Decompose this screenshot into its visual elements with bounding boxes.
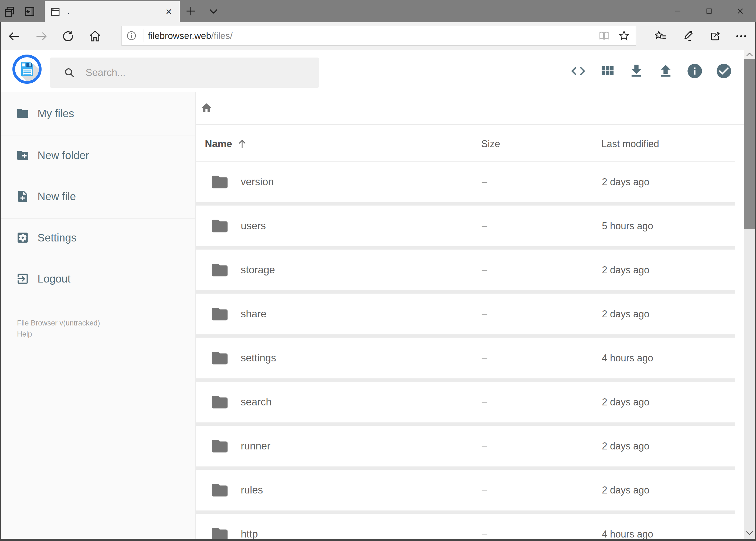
file-name: settings	[241, 352, 482, 364]
folder-icon	[210, 305, 241, 323]
scroll-down-button[interactable]	[744, 528, 755, 538]
close-window-button[interactable]	[725, 0, 756, 22]
table-row[interactable]: share – 2 days ago	[196, 293, 735, 334]
file-name: version	[241, 176, 482, 188]
file-size: –	[482, 529, 602, 539]
grid-view-icon	[599, 63, 616, 79]
sidebar-item-label: New file	[38, 191, 76, 203]
file-listing-panel: Name Size Last modified version – 2 days…	[195, 92, 744, 539]
file-size: –	[482, 485, 602, 496]
reading-view-button[interactable]	[594, 29, 614, 42]
sidebar-item-new-folder[interactable]: New folder	[1, 142, 195, 168]
table-row[interactable]: runner – 2 days ago	[196, 426, 735, 466]
navigation-bar: filebrowser.web/files/	[0, 22, 756, 50]
file-name: users	[241, 220, 482, 232]
file-size: –	[482, 176, 602, 188]
sidebar-item-label: New folder	[38, 149, 89, 162]
new-tab-button[interactable]	[184, 4, 197, 18]
table-row[interactable]: rules – 2 days ago	[196, 470, 735, 510]
table-row[interactable]: users – 5 hours ago	[196, 206, 735, 246]
scroll-up-button[interactable]	[744, 50, 755, 59]
search-input[interactable]	[85, 67, 291, 79]
logout-icon	[16, 272, 29, 285]
titlebar: . ✕	[0, 0, 756, 22]
sidebar-item-logout[interactable]: Logout	[1, 266, 195, 292]
set-tabs-aside-button[interactable]	[23, 5, 37, 18]
more-dots-icon	[734, 29, 748, 43]
forward-arrow-icon	[35, 29, 48, 43]
tab-list-button[interactable]	[207, 4, 220, 18]
table-row[interactable]: storage – 2 days ago	[196, 250, 735, 290]
sidebar-item-label: Settings	[38, 232, 77, 244]
sidebar-item-settings[interactable]: Settings	[1, 225, 195, 251]
address-bar[interactable]: filebrowser.web/files/	[122, 26, 636, 46]
browser-tab[interactable]: . ✕	[45, 1, 180, 22]
web-notes-button[interactable]	[677, 22, 700, 50]
page-scrollbar[interactable]	[744, 50, 755, 539]
table-row[interactable]: version – 2 days ago	[196, 162, 735, 202]
grid-view-button[interactable]	[599, 62, 616, 80]
file-name: rules	[241, 484, 482, 496]
add-favorite-button[interactable]	[614, 29, 635, 42]
folder-icon	[210, 525, 241, 539]
refresh-icon	[61, 29, 75, 43]
forward-button[interactable]	[30, 22, 54, 50]
tab-close-button[interactable]: ✕	[163, 7, 175, 16]
minimize-button[interactable]	[662, 0, 693, 22]
window-border-bottom	[0, 539, 756, 541]
download-button[interactable]	[628, 62, 645, 80]
switch-view-code-button[interactable]	[569, 62, 587, 80]
home-breadcrumb-icon	[200, 102, 213, 114]
sidebar: My files New folder New file Settings	[1, 92, 195, 539]
favorites-hub-button[interactable]	[648, 22, 672, 50]
back-button[interactable]	[2, 22, 26, 50]
back-arrow-icon	[7, 29, 21, 43]
download-icon	[628, 63, 645, 79]
column-header-size[interactable]: Size	[481, 138, 601, 150]
table-row[interactable]: http – 4 hours ago	[196, 514, 735, 539]
file-modified: 2 days ago	[602, 440, 735, 452]
table-row[interactable]: search – 2 days ago	[196, 382, 735, 422]
home-button[interactable]	[83, 22, 107, 50]
column-header-modified[interactable]: Last modified	[601, 138, 735, 150]
tab-title: .	[68, 8, 163, 16]
code-icon	[570, 63, 587, 79]
table-row[interactable]: settings – 4 hours ago	[196, 337, 735, 378]
minimize-icon	[674, 7, 681, 15]
sidebar-item-new-file[interactable]: New file	[1, 184, 195, 209]
pen-icon	[682, 29, 695, 43]
info-outline-icon	[126, 30, 137, 41]
breadcrumb-divider	[196, 124, 744, 125]
scrollbar-thumb[interactable]	[744, 59, 755, 229]
maximize-button[interactable]	[693, 0, 725, 22]
check-circle-icon	[715, 62, 732, 80]
column-header-name[interactable]: Name	[205, 138, 481, 150]
set-tabs-aside-icon	[24, 5, 36, 18]
select-multiple-button[interactable]	[715, 62, 733, 80]
close-icon	[736, 7, 744, 15]
settings-more-button[interactable]	[729, 22, 753, 50]
refresh-button[interactable]	[56, 22, 80, 50]
favorites-list-icon	[654, 29, 667, 43]
share-button[interactable]	[703, 22, 727, 50]
sidebar-item-label: Logout	[38, 273, 71, 285]
plus-icon	[185, 5, 196, 17]
info-icon	[686, 62, 703, 80]
sidebar-item-my-files[interactable]: My files	[1, 101, 195, 126]
breadcrumb-home-button[interactable]	[199, 101, 214, 116]
window-controls	[662, 0, 756, 22]
browser-window: . ✕	[0, 0, 756, 541]
file-modified: 4 hours ago	[602, 529, 735, 539]
info-button[interactable]	[686, 62, 704, 80]
folder-icon	[16, 107, 29, 120]
name-column-label: Name	[205, 138, 232, 150]
tab-preview-toggle-button[interactable]	[3, 5, 17, 18]
help-link[interactable]: Help	[17, 329, 100, 340]
site-info-button[interactable]	[122, 30, 141, 41]
app-header	[1, 50, 744, 92]
filebrowser-logo[interactable]	[12, 54, 42, 84]
folder-icon	[210, 173, 241, 192]
upload-button[interactable]	[657, 62, 674, 80]
search-box[interactable]	[50, 58, 319, 88]
window-border-left	[0, 22, 1, 541]
